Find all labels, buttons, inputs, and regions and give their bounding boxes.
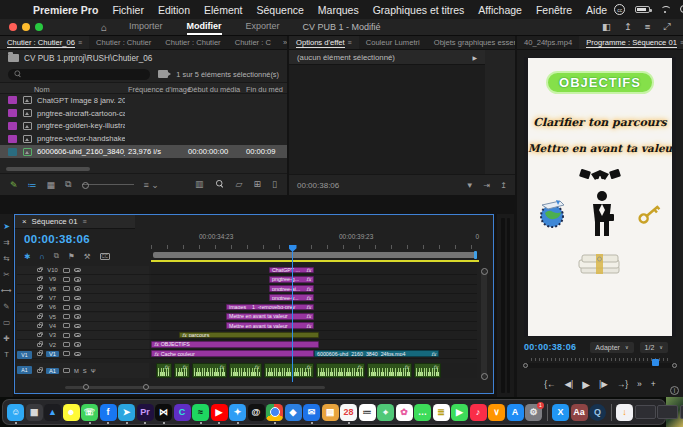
dock-photos-icon[interactable]: ✿ — [396, 404, 413, 421]
lock-icon[interactable] — [37, 296, 42, 300]
project-horizontal-scrollbar[interactable] — [6, 167, 90, 171]
video-track-header[interactable]: V8 — [17, 285, 149, 293]
sync-lock-icon[interactable] — [63, 314, 70, 319]
trash-icon[interactable]: ▯ — [272, 179, 277, 191]
toggle-track-output-icon[interactable] — [74, 324, 81, 329]
minimize-window-button[interactable] — [22, 23, 30, 31]
stacked-view-icon[interactable]: ⧉ — [65, 179, 71, 190]
linked-selection-icon[interactable]: ⧉ — [54, 251, 59, 261]
dock-books-icon[interactable]: ∨ — [488, 404, 505, 421]
snap-icon[interactable]: ∩ — [39, 252, 44, 261]
close-window-button[interactable] — [9, 23, 17, 31]
menu-premiere-pro[interactable]: Premiere Pro — [26, 4, 105, 16]
timeline-horizontal-scrollbar[interactable] — [65, 386, 325, 389]
toggle-track-output-icon[interactable] — [74, 277, 81, 282]
video-track-header[interactable]: V5 — [17, 313, 149, 321]
ripple-edit-tool[interactable]: ⇆ — [3, 254, 9, 263]
track-select-tool[interactable]: ⇉ — [3, 238, 9, 247]
button-editor[interactable]: + — [651, 379, 656, 389]
titlebar-panel-list-icon[interactable]: ≡ — [645, 21, 651, 33]
mic-icon[interactable]: Ψ — [91, 368, 96, 374]
toggle-track-output-icon[interactable] — [74, 305, 81, 310]
dock-messages-icon[interactable]: … — [414, 404, 431, 421]
sync-lock-icon[interactable] — [63, 305, 70, 310]
video-lane[interactable]: pngtree-v...fx — [151, 294, 477, 303]
dock-blue-app-icon[interactable]: ◆ — [285, 404, 302, 421]
list-view-icon[interactable]: ≔ — [28, 180, 37, 190]
dock-maps-icon[interactable]: ⌖ — [377, 404, 394, 421]
new-item-icon[interactable]: ⊞ — [254, 179, 262, 191]
battery-icon[interactable] — [635, 6, 650, 13]
video-track-header[interactable]: V3 — [17, 331, 149, 339]
video-track-header[interactable]: V4 — [17, 322, 149, 330]
dock-q-app-icon[interactable]: Q — [589, 404, 606, 421]
minimized-window-thumbnail[interactable] — [680, 405, 683, 419]
toggle-track-output-icon[interactable] — [74, 286, 81, 291]
mute-button[interactable]: M — [74, 368, 79, 374]
expander-icon[interactable]: ▶ — [472, 54, 477, 61]
timeline-clip[interactable]: Mettre en avant ta valeurfx — [226, 322, 314, 329]
track-name[interactable]: V10 — [46, 267, 59, 273]
effects-tab-0[interactable]: Options d'effet≡ — [289, 36, 359, 49]
scrubber-playhead[interactable] — [652, 359, 659, 366]
dock-settings-icon[interactable]: ⚙1 — [525, 404, 542, 421]
sync-lock-icon[interactable] — [63, 286, 70, 291]
toggle-track-output-icon[interactable] — [74, 314, 81, 319]
project-tab-3[interactable]: Chutier : C — [228, 36, 278, 49]
razor-tool[interactable]: ✂ — [3, 270, 9, 279]
track-name[interactable]: V5 — [46, 314, 59, 320]
step-back-button[interactable]: ◀| — [565, 379, 574, 389]
effects-tab-1[interactable]: Couleur Lumetri — [359, 36, 427, 49]
go-to-in-button[interactable]: {← — [544, 379, 555, 389]
video-lane[interactable]: pngtree-ai...fx — [151, 285, 477, 294]
label-color-chip[interactable] — [8, 148, 17, 156]
info-icon[interactable]: i — [670, 386, 679, 395]
dock-downloads-icon[interactable]: ↓ — [616, 404, 633, 421]
label-color-chip[interactable] — [8, 135, 17, 143]
column-fin-du-m-d[interactable]: Fin du méd — [246, 85, 283, 94]
video-lane[interactable]: ChatGPT ...fx — [151, 266, 477, 275]
sync-lock-icon[interactable] — [63, 277, 70, 282]
mode-tab-exporter[interactable]: Exporter — [246, 19, 280, 35]
menu-marques[interactable]: Marques — [311, 4, 366, 16]
video-lane[interactable]: fxparcours — [151, 331, 477, 340]
video-lane[interactable]: Mettre en avant ta valeurfx — [151, 322, 477, 331]
dock-chrome-icon[interactable] — [266, 404, 283, 421]
lock-icon[interactable] — [37, 324, 42, 328]
media-item-row[interactable]: pngtree-vector-handshake-i — [0, 132, 287, 145]
audio-clip[interactable]: fx — [264, 363, 314, 378]
media-item-row[interactable]: pngtree-aircraft-cartoon-car — [0, 107, 287, 120]
video-track-header[interactable]: V2 — [17, 340, 149, 348]
audio-lane[interactable]: fxfxfxfxfxfxfxfx — [151, 363, 477, 378]
video-lane[interactable]: fxCache couleur6000606-uhd_2160_3840_24f… — [151, 350, 477, 359]
column-fr-quence-d-image[interactable]: Fréquence d'image — [128, 85, 191, 94]
dock-premiere-pro-icon[interactable]: Pr — [137, 404, 154, 421]
scrubber-right-handle[interactable] — [672, 363, 677, 368]
lock-icon[interactable] — [37, 343, 42, 347]
dock-reminders-icon[interactable]: ≔ — [359, 404, 376, 421]
sequence-tab-close[interactable]: × — [22, 217, 27, 226]
toggle-track-output-icon[interactable] — [74, 296, 81, 301]
dock-canva-icon[interactable]: C — [174, 404, 191, 421]
dock-facebook-icon[interactable]: f — [100, 404, 117, 421]
filter-icon[interactable]: ▼ — [466, 181, 474, 190]
dock-spotify-icon[interactable]: ≈ — [192, 404, 209, 421]
dock-calendar-icon[interactable]: 28 — [340, 404, 357, 421]
sync-lock-icon[interactable] — [63, 296, 70, 301]
menu-edition[interactable]: Edition — [151, 4, 197, 16]
timeline-clip[interactable]: images__1_-removebg-prevfx — [226, 304, 314, 311]
export-icon[interactable]: ↥ — [500, 181, 507, 190]
sync-lock-icon[interactable] — [63, 351, 70, 356]
toggle-track-output-icon[interactable] — [74, 268, 81, 273]
sync-lock-icon[interactable] — [63, 333, 70, 338]
media-item-row[interactable]: 6000606-uhd_2160_3840_223,976 i/s00:00:0… — [0, 145, 287, 158]
audio-track-name[interactable]: A1 — [46, 368, 59, 374]
video-lane[interactable]: fxOBJECTIFS — [151, 340, 477, 349]
timeline-ruler[interactable]: 00:00:34:2300:00:39:230 — [151, 231, 479, 249]
label-color-chip[interactable] — [8, 109, 17, 117]
audio-clip[interactable]: fx — [174, 363, 190, 378]
go-to-out-button[interactable]: →} — [617, 379, 628, 389]
timeline-panel[interactable]: × Séquence 01 ≡ 00:00:38:06 ✱∩⧉⚑⚒CC 00:0… — [14, 214, 494, 394]
video-track-header[interactable]: V1V1 — [17, 350, 149, 358]
toggle-track-output-icon[interactable] — [74, 333, 81, 338]
